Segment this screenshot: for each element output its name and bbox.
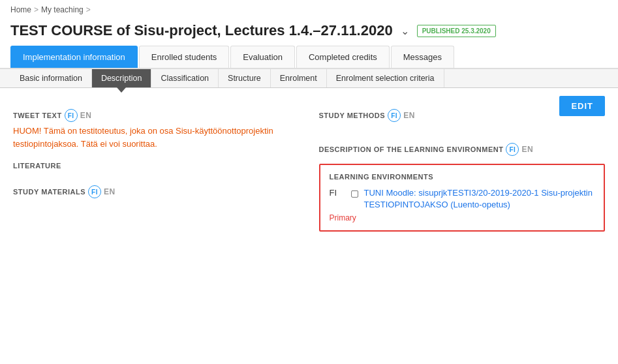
- secondary-tabs: Basic information Description Classifica…: [0, 69, 618, 88]
- tab-enrolled-students[interactable]: Enrolled students: [139, 46, 229, 68]
- tab-enrolment-selection[interactable]: Enrolment selection criteria: [327, 69, 444, 87]
- page-title: TEST COURSE of Sisu-project, Lectures 1.…: [10, 22, 393, 39]
- moodle-link[interactable]: TUNI Moodle: sisuprjkTESTI3/20-2019-2020…: [364, 187, 595, 211]
- study-materials-label: STUDY MATERIALS fi en: [13, 185, 300, 198]
- tab-structure[interactable]: Structure: [219, 69, 271, 87]
- title-chevron-icon[interactable]: ⌄: [401, 25, 409, 37]
- study-methods-en-label[interactable]: en: [403, 111, 415, 120]
- literature-label: LITERATURE: [13, 162, 300, 170]
- primary-label: Primary: [330, 213, 595, 222]
- published-badge: PUBLISHED 25.3.2020: [417, 25, 496, 37]
- tab-implementation[interactable]: Implementation information: [10, 46, 138, 68]
- tweet-text-label: TWEET TEXT fi en: [13, 109, 300, 122]
- tab-enrolment[interactable]: Enrolment: [271, 69, 327, 87]
- learning-env-desc-en-label[interactable]: en: [521, 145, 533, 154]
- primary-tabs: Implementation information Enrolled stud…: [0, 46, 618, 69]
- tab-messages[interactable]: Messages: [391, 46, 454, 68]
- edit-button[interactable]: EDIT: [559, 96, 605, 116]
- tab-classification[interactable]: Classification: [151, 69, 219, 87]
- moodle-window-icon: ▢: [350, 188, 359, 198]
- study-materials-en-label[interactable]: en: [104, 187, 116, 196]
- learning-env-desc-fi-badge[interactable]: fi: [506, 143, 519, 156]
- tab-description[interactable]: Description: [92, 69, 152, 87]
- tweet-en-label[interactable]: en: [80, 111, 92, 120]
- study-materials-fi-badge[interactable]: fi: [88, 185, 101, 198]
- breadcrumb-sep1: >: [34, 5, 39, 14]
- tab-basic-information[interactable]: Basic information: [10, 69, 92, 87]
- main-content: TWEET TEXT fi en HUOM! Tämä on testitote…: [13, 109, 605, 232]
- learning-env-desc-label: DESCRIPTION OF THE LEARNING ENVIRONMENT …: [319, 143, 606, 156]
- study-methods-fi-badge[interactable]: fi: [388, 109, 401, 122]
- tweet-fi-badge[interactable]: fi: [65, 109, 78, 122]
- learning-envs-title: LEARNING ENVIRONMENTS: [330, 173, 595, 181]
- learning-env-row: FI ▢ TUNI Moodle: sisuprjkTESTI3/20-2019…: [330, 187, 595, 211]
- tab-evaluation[interactable]: Evaluation: [230, 46, 295, 68]
- breadcrumb-home[interactable]: Home: [10, 5, 31, 14]
- page-title-row: TEST COURSE of Sisu-project, Lectures 1.…: [0, 20, 618, 46]
- tab-completed-credits[interactable]: Completed credits: [296, 46, 390, 68]
- left-column: TWEET TEXT fi en HUOM! Tämä on testitote…: [13, 109, 319, 232]
- content-area: EDIT TWEET TEXT fi en HUOM! Tämä on test…: [0, 88, 618, 245]
- learning-environments-box: LEARNING ENVIRONMENTS FI ▢ TUNI Moodle: …: [319, 164, 606, 232]
- fi-label: FI: [330, 188, 345, 198]
- breadcrumb: Home > My teaching >: [0, 0, 618, 20]
- breadcrumb-myteaching[interactable]: My teaching: [41, 5, 84, 14]
- breadcrumb-sep2: >: [86, 5, 91, 14]
- right-column: STUDY METHODS fi en DESCRIPTION OF THE L…: [319, 109, 606, 232]
- tweet-value: HUOM! Tämä on testitoteutus, joka on osa…: [13, 125, 300, 150]
